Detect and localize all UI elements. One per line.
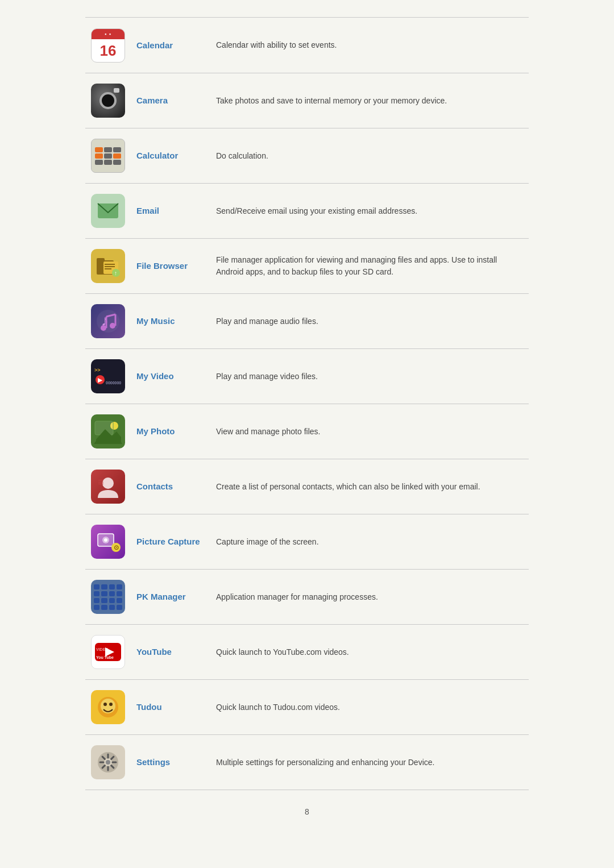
app-icon-my-photo[interactable] [85,404,131,459]
app-icon-file-browser[interactable]: ↑ [85,239,131,294]
page: ▪ ▪ 16 Calendar Calendar with ability to… [51,0,563,868]
app-row-pk-manager: PK Manager Application manager for manag… [85,570,529,625]
app-icon-email[interactable] [85,184,131,239]
app-name-my-music: My Music [136,316,175,326]
app-table: ▪ ▪ 16 Calendar Calendar with ability to… [85,17,529,790]
app-row-picture-capture: ⊙ Picture Capture Capture image of the s… [85,514,529,570]
app-icon-calculator[interactable] [85,128,131,184]
app-desc-pk-manager: Application manager for managing process… [210,570,529,625]
svg-point-39 [109,703,113,706]
app-name-file-browser: File Browser [136,261,188,271]
app-icon-my-music[interactable]: ♪ [85,294,131,349]
app-name-cell-calculator: Calculator [131,128,210,184]
app-desc-camera: Take photos and save to internal memory … [210,73,529,128]
svg-point-42 [106,760,110,765]
app-icon-settings[interactable] [85,735,131,790]
app-desc-settings: Multiple settings for personalizing and … [210,735,529,790]
svg-point-38 [103,703,107,706]
svg-rect-4 [105,264,115,265]
app-row-youtube: You Tube VIDEO YouTube Quick launch to Y… [85,625,529,680]
app-name-cell-email: Email [131,184,210,239]
app-icon-pk-manager[interactable] [85,570,131,625]
app-desc-tudou: Quick launch to Tudou.com videos. [210,680,529,735]
page-number: 8 [85,807,529,816]
app-desc-picture-capture: Capture image of the screen. [210,514,529,570]
svg-text:≡: ≡ [98,476,104,488]
app-name-pk-manager: PK Manager [136,592,186,601]
app-icon-picture-capture[interactable]: ⊙ [85,514,131,570]
app-row-my-photo: My Photo View and manage photo files. [85,404,529,459]
app-desc-my-music: Play and manage audio files. [210,294,529,349]
svg-point-25 [102,477,114,489]
app-name-settings: Settings [136,757,170,767]
app-row-my-video: >> ▶ 0000000 My Video Play and manage vi… [85,349,529,404]
svg-text:>>: >> [94,367,101,373]
app-name-email: Email [136,206,159,215]
app-name-calendar: Calendar [136,40,173,50]
app-name-cell-youtube: YouTube [131,625,210,680]
svg-point-29 [104,538,107,542]
app-row-my-music: ♪ My Music Play and manage audio files. [85,294,529,349]
svg-rect-5 [105,266,115,267]
app-icon-youtube[interactable]: You Tube VIDEO [85,625,131,680]
app-icon-calendar[interactable]: ▪ ▪ 16 [85,18,131,73]
svg-text:↑: ↑ [114,270,117,276]
app-name-cell-tudou: Tudou [131,680,210,735]
app-desc-contacts: Create a list of personal contacts, whic… [210,459,529,514]
app-desc-my-photo: View and manage photo files. [210,404,529,459]
app-row-calculator: Calculator Do calculation. [85,128,529,184]
app-name-cell-calendar: Calendar [131,18,210,73]
app-name-cell-settings: Settings [131,735,210,790]
app-icon-camera[interactable] [85,73,131,128]
app-name-cell-camera: Camera [131,73,210,128]
app-name-cell-my-photo: My Photo [131,404,210,459]
svg-text:▶: ▶ [98,377,103,383]
app-desc-file-browser: File manager application for viewing and… [210,239,529,294]
app-name-my-photo: My Photo [136,426,175,436]
app-name-cell-contacts: Contacts [131,459,210,514]
app-row-calendar: ▪ ▪ 16 Calendar Calendar with ability to… [85,18,529,73]
app-name-cell-my-music: My Music [131,294,210,349]
app-name-camera: Camera [136,95,168,105]
app-icon-contacts[interactable]: ≡ [85,459,131,514]
app-name-cell-picture-capture: Picture Capture [131,514,210,570]
app-icon-my-video[interactable]: >> ▶ 0000000 [85,349,131,404]
app-name-cell-my-video: My Video [131,349,210,404]
app-name-my-video: My Video [136,371,174,381]
app-name-cell-pk-manager: PK Manager [131,570,210,625]
app-name-cell-file-browser: File Browser [131,239,210,294]
app-desc-calendar: Calendar with ability to set events. [210,18,529,73]
svg-text:VIDEO: VIDEO [96,647,109,651]
app-row-contacts: ≡ Contacts Create a list of personal con… [85,459,529,514]
app-desc-email: Send/Receive email using your existing e… [210,184,529,239]
svg-text:⊙: ⊙ [114,544,119,551]
app-name-picture-capture: Picture Capture [136,537,200,546]
svg-text:You Tube: You Tube [96,655,114,659]
app-desc-youtube: Quick launch to YouTube.com videos. [210,625,529,680]
app-name-calculator: Calculator [136,151,178,160]
app-name-contacts: Contacts [136,481,173,491]
svg-text:0000000: 0000000 [106,381,121,385]
app-row-tudou: Tudou Quick launch to Tudou.com videos. [85,680,529,735]
svg-rect-6 [105,268,111,269]
app-name-tudou: Tudou [136,702,162,712]
app-desc-my-video: Play and manage video files. [210,349,529,404]
app-icon-tudou[interactable] [85,680,131,735]
app-row-email: Email Send/Receive email using your exis… [85,184,529,239]
app-row-camera: Camera Take photos and save to internal … [85,73,529,128]
app-name-youtube: YouTube [136,647,172,657]
app-row-settings: Settings Multiple settings for personali… [85,735,529,790]
svg-rect-2 [97,258,105,263]
app-row-file-browser: ↑ File Browser File manager application … [85,239,529,294]
app-desc-calculator: Do calculation. [210,128,529,184]
